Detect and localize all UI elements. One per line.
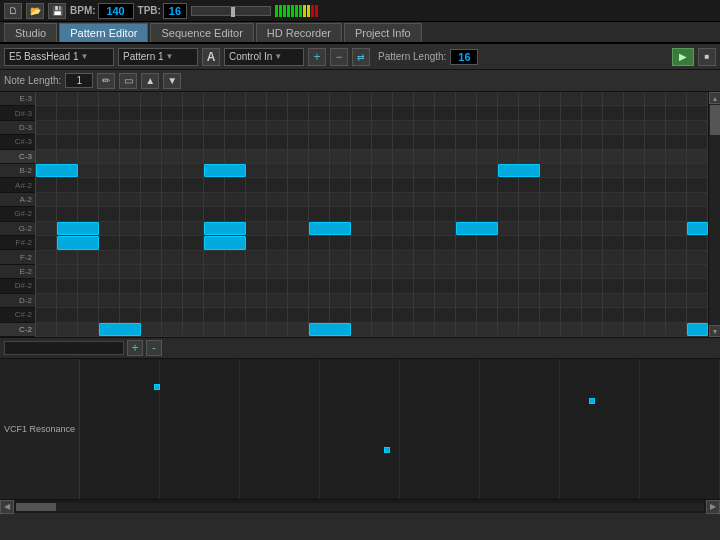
pencil-tool[interactable]: ✏ bbox=[97, 73, 115, 89]
tpb-label: TPB: bbox=[138, 5, 161, 16]
level-meter-left bbox=[275, 5, 318, 17]
remove-pattern-button[interactable]: − bbox=[330, 48, 348, 66]
open-button[interactable]: 📂 bbox=[26, 3, 44, 19]
tpb-value[interactable]: 16 bbox=[163, 3, 187, 19]
instrument-dropdown[interactable]: E5 BassHead 1 ▼ bbox=[4, 48, 114, 66]
play-button[interactable]: ▶ bbox=[672, 48, 694, 66]
automation-grid[interactable] bbox=[80, 359, 720, 499]
meter-bar bbox=[315, 5, 318, 17]
piano-key[interactable]: C#-3 bbox=[0, 135, 35, 149]
note-block[interactable] bbox=[204, 236, 246, 249]
piano-key[interactable]: C-2 bbox=[0, 323, 35, 337]
grid-row bbox=[36, 251, 708, 265]
piano-key[interactable]: C#-2 bbox=[0, 308, 35, 322]
move-pattern-button[interactable]: ⇄ bbox=[352, 48, 370, 66]
meter-bar bbox=[279, 5, 282, 17]
piano-keys: E-3D#-3D-3C#-3C-3B-2A#-2A-2G#-2G-2F#-2F-… bbox=[0, 92, 36, 337]
piano-key[interactable]: F-2 bbox=[0, 250, 35, 264]
scroll-thumb[interactable] bbox=[710, 105, 720, 135]
save-button[interactable]: 💾 bbox=[48, 3, 66, 19]
automation-section: VCF1 Resonance bbox=[0, 359, 720, 499]
horizontal-scrollbar[interactable]: ◀ ▶ bbox=[0, 499, 720, 513]
grid-row bbox=[36, 193, 708, 207]
tab-pattern-editor[interactable]: Pattern Editor bbox=[59, 23, 148, 42]
tab-studio[interactable]: Studio bbox=[4, 23, 57, 42]
note-block[interactable] bbox=[309, 222, 351, 235]
pattern-label: Pattern 1 bbox=[123, 51, 164, 62]
automation-point[interactable] bbox=[384, 447, 390, 453]
note-block[interactable] bbox=[309, 323, 351, 336]
grid-row bbox=[36, 178, 708, 192]
grid-row bbox=[36, 164, 708, 178]
grid-rows bbox=[36, 92, 708, 337]
new-button[interactable]: 🗋 bbox=[4, 3, 22, 19]
note-block[interactable] bbox=[687, 222, 708, 235]
meter-bar bbox=[291, 5, 294, 17]
automation-toolbar-row: + - bbox=[0, 337, 720, 359]
pattern-header: E5 BassHead 1 ▼ Pattern 1 ▼ A Control In… bbox=[0, 44, 720, 70]
note-block[interactable] bbox=[57, 236, 99, 249]
pattern-dropdown[interactable]: Pattern 1 ▼ bbox=[118, 48, 198, 66]
note-block[interactable] bbox=[57, 222, 99, 235]
note-block[interactable] bbox=[687, 323, 708, 336]
bpm-value[interactable]: 140 bbox=[98, 3, 134, 19]
automation-point[interactable] bbox=[589, 398, 595, 404]
add-pattern-button[interactable]: + bbox=[308, 48, 326, 66]
note-block[interactable] bbox=[456, 222, 498, 235]
piano-key[interactable]: A-2 bbox=[0, 193, 35, 207]
piano-key[interactable]: D-2 bbox=[0, 294, 35, 308]
grid-row bbox=[36, 150, 708, 164]
piano-key[interactable]: D-3 bbox=[0, 121, 35, 135]
piano-key[interactable]: F#-2 bbox=[0, 236, 35, 250]
scroll-thumb-h[interactable] bbox=[16, 503, 56, 511]
note-length-value[interactable]: 1 bbox=[65, 73, 93, 88]
grid-row bbox=[36, 294, 708, 308]
tempo-slider[interactable] bbox=[191, 6, 271, 16]
piano-key[interactable]: E-3 bbox=[0, 92, 35, 106]
bpm-label: BPM: bbox=[70, 5, 96, 16]
scroll-left-button[interactable]: ◀ bbox=[0, 500, 14, 514]
up-tool[interactable]: ▲ bbox=[141, 73, 159, 89]
grid-area[interactable] bbox=[36, 92, 708, 337]
tab-sequence-editor[interactable]: Sequence Editor bbox=[150, 23, 253, 42]
down-tool[interactable]: ▼ bbox=[163, 73, 181, 89]
automation-type-dropdown[interactable] bbox=[4, 341, 124, 355]
stop-button[interactable]: ■ bbox=[698, 48, 716, 66]
note-block[interactable] bbox=[204, 222, 246, 235]
pattern-length-label: Pattern Length: bbox=[378, 51, 446, 62]
note-mode-button[interactable]: A bbox=[202, 48, 220, 66]
grid-row bbox=[36, 308, 708, 322]
remove-automation-button[interactable]: - bbox=[146, 340, 162, 356]
note-block[interactable] bbox=[498, 164, 540, 177]
piano-key[interactable]: D#-3 bbox=[0, 106, 35, 120]
pattern-length-value[interactable]: 16 bbox=[450, 49, 478, 65]
add-automation-button[interactable]: + bbox=[127, 340, 143, 356]
control-dropdown[interactable]: Control In ▼ bbox=[224, 48, 304, 66]
grid-row bbox=[36, 236, 708, 250]
piano-key[interactable]: G#-2 bbox=[0, 207, 35, 221]
note-length-label: Note Length: bbox=[4, 75, 61, 86]
piano-key[interactable]: C-3 bbox=[0, 150, 35, 164]
vertical-scrollbar[interactable]: ▲ ▼ bbox=[708, 92, 720, 337]
note-block[interactable] bbox=[204, 164, 246, 177]
grid-row bbox=[36, 222, 708, 236]
automation-point[interactable] bbox=[154, 384, 160, 390]
scroll-down-button[interactable]: ▼ bbox=[709, 325, 720, 337]
pattern-dropdown-arrow: ▼ bbox=[166, 52, 174, 61]
piano-key[interactable]: G-2 bbox=[0, 222, 35, 236]
tab-hd-recorder[interactable]: HD Recorder bbox=[256, 23, 342, 42]
grid-row bbox=[36, 207, 708, 221]
scroll-right-button[interactable]: ▶ bbox=[706, 500, 720, 514]
instrument-dropdown-arrow: ▼ bbox=[81, 52, 89, 61]
scroll-up-button[interactable]: ▲ bbox=[709, 92, 720, 104]
note-length-row: Note Length: 1 ✏ ▭ ▲ ▼ bbox=[0, 70, 720, 92]
piano-key[interactable]: D#-2 bbox=[0, 279, 35, 293]
piano-key[interactable]: A#-2 bbox=[0, 178, 35, 192]
tab-project-info[interactable]: Project Info bbox=[344, 23, 422, 42]
note-block[interactable] bbox=[99, 323, 141, 336]
piano-key[interactable]: B-2 bbox=[0, 164, 35, 178]
piano-key[interactable]: E-2 bbox=[0, 265, 35, 279]
note-block[interactable] bbox=[36, 164, 78, 177]
top-toolbar: 🗋 📂 💾 BPM: 140 TPB: 16 bbox=[0, 0, 720, 22]
select-tool[interactable]: ▭ bbox=[119, 73, 137, 89]
